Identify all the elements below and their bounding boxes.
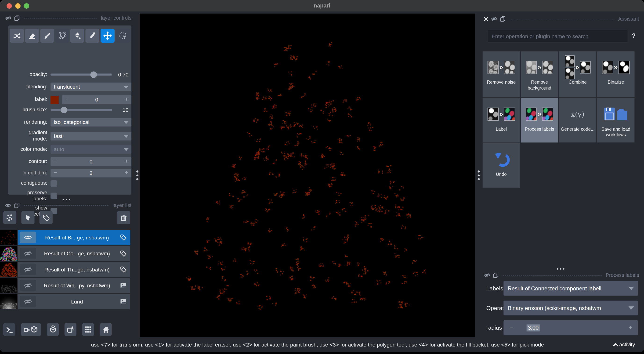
labels-dropdown[interactable]: Result of Connected component labeli (504, 281, 638, 296)
increment-icon[interactable]: + (125, 158, 128, 164)
divider (24, 205, 108, 206)
close-panel-icon[interactable] (484, 16, 488, 21)
increment-icon[interactable]: + (629, 324, 632, 330)
fill-bucket-tool-button[interactable] (70, 29, 84, 43)
layer-hidden-button[interactable] (20, 264, 36, 275)
rendering-value: iso_categorical (54, 119, 89, 125)
chevron-down-icon (628, 306, 634, 310)
layer-visible-button[interactable] (20, 232, 36, 243)
float-panel-icon[interactable] (14, 15, 20, 21)
float-panel-icon[interactable] (493, 272, 499, 278)
opacity-slider[interactable] (50, 74, 112, 76)
hide-panel-icon[interactable] (5, 203, 12, 208)
layer-row-2[interactable]: Result of Th...ge, nsbatwm) (0, 262, 130, 277)
assistant-search-input[interactable]: Enter operation or plugin name to search (487, 30, 628, 42)
decrement-icon[interactable]: − (54, 169, 57, 176)
layer-row-body[interactable]: Result of Th...ge, nsbatwm) (18, 262, 130, 277)
grid-mode-button[interactable] (82, 323, 94, 336)
decrement-icon[interactable]: − (65, 96, 68, 102)
layer-row-body[interactable]: Result of Wh...py, nsbatwm) (18, 278, 130, 293)
n-edit-dim-spinbox[interactable]: − 2 + (50, 169, 132, 178)
radius-field-label: radius (486, 324, 502, 331)
shuffle-tool-button[interactable] (10, 29, 24, 43)
console-button[interactable] (3, 323, 15, 336)
operation-button-label: Binarize (606, 79, 626, 85)
layer-row-0[interactable]: Result of Bi...ge, nsbatwm) (0, 230, 130, 245)
remove-noise-button[interactable]: »Remove noise (483, 52, 520, 98)
undo-icon (492, 148, 510, 172)
hide-panel-icon[interactable] (484, 273, 490, 278)
binarize-button[interactable]: »Binarize (597, 52, 635, 98)
layer-thumbnail (0, 278, 17, 293)
opacity-slider-knob[interactable] (90, 71, 97, 78)
color-mode-value: auto (54, 146, 64, 152)
combine-button[interactable]: »Combine (559, 52, 596, 98)
label-button[interactable]: »Label (483, 98, 520, 143)
layer-row-3[interactable]: Result of Wh...py, nsbatwm) (0, 278, 130, 293)
help-button[interactable]: ? (630, 30, 638, 42)
panel-resize-handle[interactable]: ••• (556, 266, 566, 272)
new-labels-layer-button[interactable] (40, 211, 52, 224)
right-splitter-handle[interactable] (478, 170, 480, 180)
hide-panel-icon[interactable] (491, 16, 498, 21)
decrement-icon[interactable]: − (510, 324, 513, 330)
blending-dropdown[interactable]: translucent (50, 82, 132, 91)
process-labels-button[interactable]: »Process labels (521, 98, 558, 143)
preserve-labels-checkbox[interactable] (50, 193, 57, 199)
color-picker-tool-button[interactable] (86, 29, 100, 43)
console-icon (5, 326, 13, 334)
increment-icon[interactable]: + (125, 169, 128, 176)
layer-hidden-button[interactable] (20, 248, 36, 259)
transform-tool-button[interactable] (116, 29, 130, 43)
layer-row-1[interactable]: Result of Co...ge, nsbatwm) (0, 246, 130, 261)
title-bar[interactable]: napari (0, 0, 644, 12)
rotate-cube-button[interactable] (47, 323, 59, 336)
activity-button[interactable]: activity (613, 342, 635, 348)
float-panel-icon[interactable] (500, 16, 506, 22)
radius-spinbox[interactable]: − 3,00 + (504, 320, 638, 335)
home-reset-button[interactable] (100, 323, 112, 336)
contour-spinbox[interactable]: − 0 + (50, 157, 132, 166)
viewer-canvas[interactable] (140, 14, 475, 337)
label-color-swatch[interactable] (50, 96, 59, 104)
left-splitter-handle[interactable] (136, 170, 139, 180)
color-mode-dropdown[interactable]: auto (50, 145, 132, 154)
blending-label: blending: (8, 84, 47, 90)
decrement-icon[interactable]: − (54, 158, 57, 164)
layer-thumbnail (0, 262, 17, 277)
float-panel-icon[interactable] (14, 202, 20, 208)
brush-size-slider[interactable] (50, 109, 112, 111)
ndisplay-toggle-button[interactable] (21, 323, 41, 336)
new-points-layer-button[interactable] (3, 211, 16, 224)
remove-background-button[interactable]: »Remove background (521, 52, 558, 98)
hide-panel-icon[interactable] (5, 16, 12, 20)
layer-row-4[interactable]: Lund (0, 294, 130, 309)
increment-icon[interactable]: + (125, 96, 128, 102)
pan-move-tool-button[interactable] (100, 29, 114, 43)
contiguous-checkbox[interactable] (50, 180, 57, 187)
layer-hidden-button[interactable] (20, 280, 36, 291)
panel-title: Process labels (606, 272, 639, 278)
undo-button[interactable]: Undo (483, 143, 520, 188)
gradient-mode-dropdown[interactable]: fast (50, 132, 132, 140)
delete-layer-button[interactable] (117, 211, 130, 224)
layer-row-body[interactable]: Result of Co...ge, nsbatwm) (18, 246, 130, 261)
polygon-tool-button[interactable] (55, 29, 69, 43)
new-shapes-layer-button[interactable] (21, 211, 34, 224)
layer-thumbnail (0, 294, 17, 309)
save-and-load-workflows-button[interactable]: Save and load workflows (597, 98, 635, 143)
layer-hidden-button[interactable] (20, 296, 36, 307)
layer-row-body[interactable]: Lund (18, 294, 130, 309)
eraser-tool-button[interactable] (25, 29, 39, 43)
image-layer-type-icon (120, 298, 127, 305)
layer-row-body[interactable]: Result of Bi...ge, nsbatwm) (18, 230, 130, 245)
rendering-dropdown[interactable]: iso_categorical (50, 118, 132, 126)
roll-dims-button[interactable] (64, 323, 76, 336)
operation-dropdown[interactable]: Binary erosion (scikit-image, nsbatwm (504, 301, 638, 316)
panel-resize-handle[interactable]: ••• (62, 196, 72, 202)
label-spinbox[interactable]: − 0 + (62, 95, 132, 104)
process-labels-header: Process labels (484, 272, 639, 278)
brush-size-slider-knob[interactable] (61, 106, 67, 113)
generate-code-button[interactable]: x(y)Generate code... (559, 98, 596, 143)
paintbrush-tool-button[interactable] (40, 29, 54, 43)
